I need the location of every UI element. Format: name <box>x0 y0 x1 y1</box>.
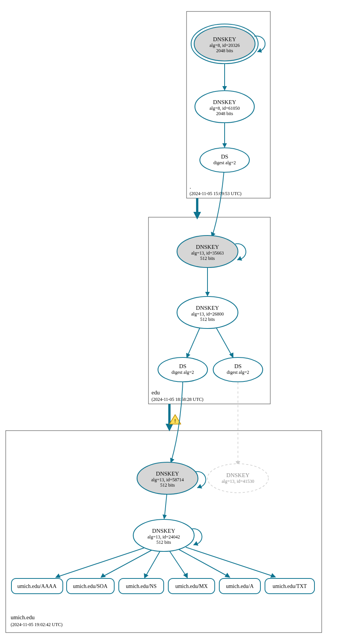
svg-text:DNSKEY: DNSKEY <box>227 472 250 478</box>
edu-ds1-node: DS digest alg=2 <box>158 357 207 382</box>
svg-text:alg=13, id=26800: alg=13, id=26800 <box>191 311 224 317</box>
umich-zone-timestamp: (2024-11-05 19:02:42 UTC) <box>11 622 62 627</box>
svg-text:2048 bits: 2048 bits <box>216 48 233 53</box>
rr-aaaa: umich.edu/AAAA <box>11 578 63 594</box>
svg-marker-69 <box>183 573 188 578</box>
edu-ksk-node: DNSKEY alg=13, id=35663 512 bits <box>177 235 238 268</box>
svg-text:umich.edu/TXT: umich.edu/TXT <box>273 583 307 589</box>
svg-text:DS: DS <box>179 363 186 369</box>
rr-soa: umich.edu/SOA <box>67 578 114 594</box>
root-zone-timestamp: (2024-11-05 15:09:53 UTC) <box>190 191 241 196</box>
edu-zone-label: edu <box>152 389 160 396</box>
svg-text:alg=13, id=35663: alg=13, id=35663 <box>191 250 224 256</box>
svg-marker-68 <box>144 573 148 578</box>
edge-edu-zsk-ds1 <box>187 328 200 356</box>
svg-text:alg=8, id=20326: alg=8, id=20326 <box>209 43 240 48</box>
edu-ds2-node: DS digest alg=2 <box>213 357 263 382</box>
svg-text:DS: DS <box>234 363 241 369</box>
edge-root-ds-to-edu-ksk <box>212 172 224 235</box>
svg-point-45 <box>207 464 268 493</box>
edu-zone-timestamp: (2024-11-05 18:58:28 UTC) <box>152 397 203 402</box>
svg-text:DS: DS <box>221 154 228 160</box>
svg-marker-15 <box>193 212 201 219</box>
svg-text:umich.edu/MX: umich.edu/MX <box>175 583 207 589</box>
edge-zsk-mx <box>170 551 187 577</box>
svg-text:DNSKEY: DNSKEY <box>152 528 176 534</box>
rr-ns: umich.edu/NS <box>119 578 164 594</box>
svg-marker-10 <box>222 86 227 91</box>
svg-text:512 bits: 512 bits <box>160 482 175 488</box>
edge-zsk-soa <box>102 550 152 577</box>
svg-text:DNSKEY: DNSKEY <box>196 305 219 311</box>
svg-text:umich.edu/SOA: umich.edu/SOA <box>73 583 108 589</box>
svg-text:512 bits: 512 bits <box>200 317 215 322</box>
rr-txt: umich.edu/TXT <box>265 578 314 594</box>
svg-marker-53 <box>163 514 167 519</box>
svg-text:alg=13, id=58714: alg=13, id=58714 <box>151 477 184 482</box>
svg-text:digest alg=2: digest alg=2 <box>171 370 194 375</box>
svg-marker-26 <box>205 292 210 296</box>
svg-text:2048 bits: 2048 bits <box>216 111 233 116</box>
svg-marker-14 <box>222 143 227 148</box>
svg-text:alg=8, id=61050: alg=8, id=61050 <box>209 106 240 111</box>
svg-marker-35 <box>166 424 173 431</box>
svg-text:umich.edu/NS: umich.edu/NS <box>126 583 157 589</box>
svg-marker-66 <box>55 574 61 578</box>
svg-text:alg=13, id=24042: alg=13, id=24042 <box>147 534 180 540</box>
svg-text:digest alg=2: digest alg=2 <box>227 370 249 375</box>
edge-zsk-aaaa <box>57 548 144 577</box>
svg-text:digest alg=2: digest alg=2 <box>213 160 236 165</box>
rr-mx: umich.edu/MX <box>168 578 215 594</box>
umich-ghost-dnskey-node: DNSKEY alg=13, id=41530 <box>207 464 268 493</box>
root-zsk-node: DNSKEY alg=8, id=61050 2048 bits <box>195 91 254 123</box>
edge-umich-ksk-zsk <box>164 495 167 517</box>
svg-text:umich.edu/A: umich.edu/A <box>226 583 254 589</box>
svg-text:512 bits: 512 bits <box>156 540 171 545</box>
umich-zsk-node: DNSKEY alg=13, id=24042 512 bits <box>133 519 194 551</box>
umich-zone-label: umich.edu <box>11 614 35 620</box>
umich-ksk-node: DNSKEY alg=13, id=58714 512 bits <box>137 462 198 494</box>
root-ksk-node: DNSKEY alg=8, id=20326 2048 bits <box>191 24 258 64</box>
svg-text:alg=13, id=41530: alg=13, id=41530 <box>222 479 254 484</box>
edu-zsk-node: DNSKEY alg=13, id=26800 512 bits <box>177 296 238 328</box>
svg-marker-34 <box>229 352 233 358</box>
root-ds-node: DS digest alg=2 <box>200 148 249 172</box>
edge-zsk-ns <box>145 551 160 577</box>
dnssec-diagram: . (2024-11-05 15:09:53 UTC) DNSKEY alg=8… <box>0 0 359 644</box>
svg-text:umich.edu/AAAA: umich.edu/AAAA <box>17 583 57 589</box>
rr-a: umich.edu/A <box>219 578 260 594</box>
svg-text:512 bits: 512 bits <box>200 256 215 261</box>
root-zone-label: . <box>190 184 191 190</box>
svg-text:!: ! <box>174 418 176 424</box>
svg-text:DNSKEY: DNSKEY <box>156 471 179 477</box>
svg-text:DNSKEY: DNSKEY <box>213 99 236 105</box>
svg-text:DNSKEY: DNSKEY <box>196 244 219 250</box>
edge-zsk-txt <box>186 547 274 577</box>
svg-text:DNSKEY: DNSKEY <box>213 36 236 42</box>
edge-edu-zsk-ds2 <box>216 328 232 356</box>
